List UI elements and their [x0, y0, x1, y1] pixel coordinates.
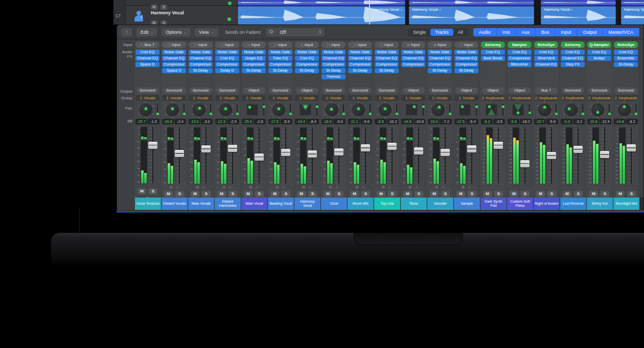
mute-button[interactable]: M — [563, 191, 571, 197]
fx-plugin-slot[interactable]: Compressor — [508, 56, 532, 61]
audio-region-upper[interactable] — [621, 0, 644, 6]
pan-depth-slider[interactable] — [635, 104, 636, 116]
output-slot[interactable]: Surround — [216, 88, 239, 94]
output-slot[interactable]: Surround — [163, 88, 186, 94]
output-slot[interactable]: Surround — [588, 88, 611, 94]
fader-cap[interactable] — [361, 144, 370, 151]
input-slot[interactable]: ∞Input — [401, 41, 425, 48]
object-panner[interactable] — [406, 104, 418, 116]
group-slot[interactable]: 1: Vocals — [401, 95, 425, 101]
fx-plugin-slot[interactable]: Noise Gate — [215, 50, 239, 55]
output-slot[interactable]: Bus 7 — [535, 88, 558, 94]
mute-button[interactable]: M — [483, 191, 492, 197]
fx-plugin-slot[interactable]: Noise Gate — [162, 50, 186, 55]
mute-button[interactable]: M — [430, 191, 439, 197]
mute-button[interactable]: M — [151, 5, 157, 10]
pan-control[interactable] — [348, 102, 372, 118]
mute-button[interactable]: M — [510, 191, 518, 197]
group-slot[interactable]: 2: Keyboards — [561, 95, 585, 101]
fx-plugin-slot[interactable]: Noise Gate — [375, 50, 399, 55]
strip-track-name[interactable]: Sample — [454, 198, 480, 210]
output-slot[interactable]: Object — [509, 88, 531, 94]
volume-fader[interactable] — [467, 127, 476, 184]
volume-fader[interactable] — [334, 127, 343, 184]
pan-control[interactable] — [428, 102, 452, 118]
input-monitor-button[interactable]: I — [467, 185, 472, 189]
instrument-slot[interactable]: Sampler — [508, 41, 532, 48]
pan-depth-slider[interactable] — [210, 104, 211, 116]
group-slot[interactable]: 1: Vocals — [189, 95, 213, 101]
pan-depth-slider[interactable] — [396, 104, 397, 116]
group-slot[interactable]: 2: Keyboards — [587, 95, 611, 101]
fx-plugin-slot[interactable]: Cnsl EQ — [561, 50, 585, 55]
volume-fader[interactable] — [494, 127, 503, 184]
fx-plugin-slot[interactable]: Noise Gate — [321, 50, 346, 55]
strip-track-name[interactable]: Distant Harmonies — [215, 198, 241, 210]
input-slot[interactable]: ⛶Input — [268, 41, 292, 48]
strip-track-name[interactable]: Tenor — [401, 198, 427, 210]
solo-button[interactable]: S — [282, 191, 290, 197]
input-monitor-button[interactable]: I — [414, 185, 419, 189]
fx-plugin-slot[interactable]: Tube EQ — [268, 56, 292, 61]
fx-plugin-slot[interactable]: Channel EQ — [189, 56, 213, 61]
fx-plugin-slot[interactable]: Compressor — [454, 62, 478, 67]
pan-control[interactable] — [295, 102, 319, 118]
strip-track-name[interactable]: Night of Avalon — [534, 198, 560, 210]
mute-button[interactable]: M — [589, 191, 598, 197]
mute-button[interactable]: M — [164, 191, 173, 197]
strip-track-name[interactable]: Top Line — [374, 198, 400, 210]
mute-button[interactable]: M — [536, 191, 545, 197]
volume-fader[interactable] — [573, 127, 583, 184]
fx-plugin-slot[interactable]: Compressor — [375, 62, 399, 67]
pan-control[interactable] — [189, 102, 213, 118]
volume-fader[interactable] — [361, 127, 370, 184]
fx-plugin-slot[interactable]: SilverVerb — [534, 56, 558, 61]
group-slot[interactable]: 2: Keyboards — [481, 95, 505, 101]
pan-control[interactable] — [321, 102, 346, 118]
input-monitor-button[interactable]: I — [201, 185, 206, 189]
fx-plugin-slot[interactable]: Channel EQ — [534, 62, 558, 67]
group-slot[interactable]: 2: Keyboards — [534, 95, 558, 101]
fx-plugin-slot[interactable]: Channel EQ — [401, 56, 425, 61]
input-monitor-button[interactable]: I — [175, 185, 179, 189]
mute-button[interactable]: M — [270, 191, 279, 197]
solo-button[interactable]: S — [574, 191, 583, 197]
input-slot[interactable]: ⛶Input — [162, 41, 186, 48]
fx-plugin-slot[interactable]: Space D — [162, 68, 186, 73]
pan-control[interactable] — [268, 102, 292, 118]
fx-plugin-slot[interactable]: Compressor — [295, 62, 319, 67]
object-panner[interactable] — [512, 104, 524, 116]
group-slot[interactable]: 2: Keyboards — [508, 95, 532, 101]
fx-plugin-slot[interactable]: Noise Gate — [401, 50, 425, 55]
record-enable-button[interactable]: R — [195, 185, 200, 189]
solo-button[interactable]: S — [335, 191, 343, 197]
audio-region-upper[interactable] — [409, 0, 534, 6]
record-enable-button[interactable]: R — [434, 185, 439, 189]
volume-fader[interactable] — [600, 127, 609, 184]
group-slot[interactable]: 1: Vocals — [428, 95, 452, 101]
solo-button[interactable]: S — [149, 188, 157, 194]
group-slot[interactable]: 1: Vocals — [454, 95, 478, 101]
mute-button[interactable]: M — [377, 191, 385, 197]
strip-track-name[interactable]: Backing Vocal — [268, 198, 294, 210]
input-monitor-button[interactable]: I — [441, 185, 445, 189]
fx-plugin-slot[interactable]: Ensemble — [614, 56, 638, 61]
output-slot[interactable]: Surround — [376, 88, 398, 94]
object-panner[interactable] — [300, 104, 311, 116]
surround-pan-knob[interactable] — [272, 103, 285, 116]
output-slot[interactable]: Surround — [562, 88, 584, 94]
instrument-slot[interactable]: RetroSyn — [534, 41, 558, 48]
mute-button[interactable]: M — [324, 191, 332, 197]
audio-region-upper[interactable] — [541, 0, 616, 6]
filter-bus[interactable]: Bus — [536, 28, 556, 36]
pan-depth-slider[interactable] — [502, 104, 503, 116]
pan-control[interactable] — [242, 102, 266, 118]
volume-fader[interactable] — [281, 127, 290, 184]
fader-cap[interactable] — [387, 143, 397, 150]
solo-button[interactable]: S — [388, 191, 397, 197]
output-slot[interactable]: Surround — [349, 88, 372, 94]
strip-track-name[interactable]: Vocoder — [427, 198, 453, 210]
output-slot[interactable]: Surround — [190, 88, 212, 94]
surround-pan-knob[interactable] — [591, 103, 604, 116]
input-monitor-button[interactable]: I — [255, 185, 259, 189]
